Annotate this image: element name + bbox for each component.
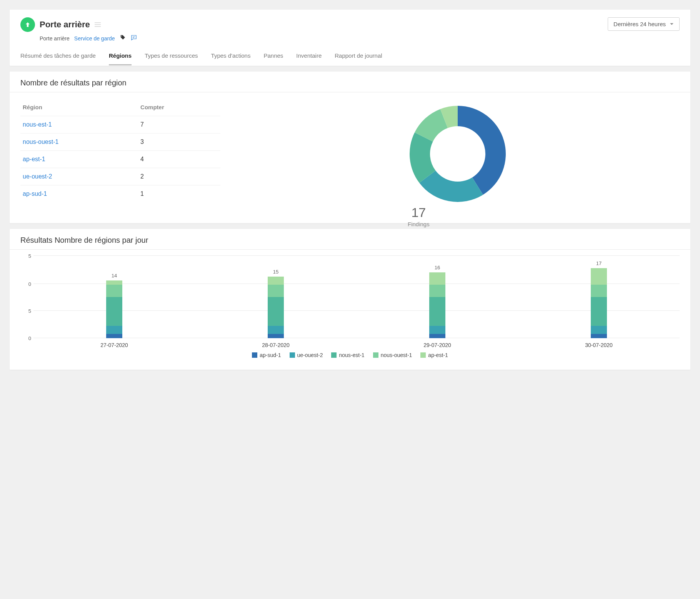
bar-column: 14 <box>33 256 195 338</box>
bar-segment <box>591 297 607 326</box>
breadcrumb-current: Porte arrière <box>40 35 70 42</box>
stacked-bar-chart: 0505 14151617 27-07-202028-07-202029-07-… <box>20 256 680 348</box>
legend-item: nous-ouest-1 <box>373 352 412 358</box>
x-label: 28-07-2020 <box>195 342 357 348</box>
region-count: 1 <box>138 185 220 203</box>
bar-segment <box>268 334 284 338</box>
legend-item: nous-est-1 <box>331 352 364 358</box>
bar-segment <box>429 297 445 326</box>
region-link[interactable]: ap-sud-1 <box>23 190 47 197</box>
legend-item: ap-sud-1 <box>252 352 281 358</box>
page-header: Porte arrière Porte arrière Service de g… <box>10 10 690 66</box>
region-table: Région Compter nous-est-17nous-ouest-13a… <box>20 100 220 208</box>
table-row: nous-est-17 <box>20 116 220 133</box>
chart-legend: ap-sud-1ue-ouest-2nous-est-1nous-ouest-1… <box>20 352 680 358</box>
tab-regions[interactable]: Régions <box>109 52 132 65</box>
bar-segment <box>429 334 445 338</box>
legend-item: ap-est-1 <box>420 352 448 358</box>
bar-segment <box>268 277 284 285</box>
page-title: Porte arrière <box>40 20 90 30</box>
tab-inventory[interactable]: Inventaire <box>296 52 322 65</box>
y-tick: 5 <box>28 253 31 259</box>
table-row: ap-est-14 <box>20 151 220 168</box>
bar-segment <box>106 326 122 334</box>
region-link[interactable]: ap-est-1 <box>23 156 45 162</box>
bar-segment <box>106 334 122 338</box>
bar-segment <box>591 334 607 338</box>
legend-swatch <box>331 352 337 358</box>
region-counts-card: Nombre de résultats par région Région Co… <box>10 72 690 223</box>
legend-item: ue-ouest-2 <box>290 352 323 358</box>
col-region: Région <box>20 100 138 116</box>
bar-segment <box>268 285 284 297</box>
bar-segment <box>591 285 607 297</box>
chevron-down-icon <box>670 22 674 26</box>
table-row: ap-sud-11 <box>20 185 220 203</box>
bar-segment <box>429 272 445 285</box>
region-count: 7 <box>138 116 220 133</box>
donut-chart: 17 Findings <box>236 100 680 208</box>
legend-label: ue-ouest-2 <box>297 352 323 358</box>
tab-log-report[interactable]: Rapport de journal <box>335 52 382 65</box>
status-up-icon <box>20 17 35 32</box>
bar-segment <box>429 285 445 297</box>
legend-swatch <box>252 352 257 358</box>
legend-label: ap-sud-1 <box>260 352 281 358</box>
region-link[interactable]: ue-ouest-2 <box>23 173 52 180</box>
legend-swatch <box>420 352 426 358</box>
legend-swatch <box>290 352 295 358</box>
x-label: 30-07-2020 <box>518 342 680 348</box>
breadcrumb-link-service[interactable]: Service de garde <box>74 35 115 42</box>
legend-label: nous-ouest-1 <box>381 352 412 358</box>
bar-column: 17 <box>518 256 680 338</box>
bar-segment <box>268 326 284 334</box>
region-count: 4 <box>138 151 220 168</box>
bar-segment <box>106 280 122 285</box>
tab-resource-types[interactable]: Types de ressources <box>145 52 198 65</box>
y-tick: 0 <box>28 281 31 287</box>
y-tick: 5 <box>28 308 31 314</box>
time-range-selector[interactable]: Dernières 24 heures <box>608 17 680 31</box>
tab-bar: Résumé des tâches de gardeRégionsTypes d… <box>20 52 680 66</box>
bar-segment <box>429 326 445 334</box>
tab-summary[interactable]: Résumé des tâches de garde <box>20 52 96 65</box>
tag-icon[interactable] <box>120 35 126 42</box>
donut-label: Findings <box>408 221 430 227</box>
region-count: 2 <box>138 168 220 185</box>
bar-segment <box>106 285 122 297</box>
comment-icon[interactable] <box>130 34 137 42</box>
legend-label: nous-est-1 <box>339 352 364 358</box>
table-row: nous-ouest-13 <box>20 133 220 151</box>
bar-segment <box>106 297 122 326</box>
menu-lines-icon <box>95 22 101 27</box>
bar-total-label: 16 <box>357 265 518 270</box>
bar-segment <box>268 297 284 326</box>
region-count: 3 <box>138 133 220 151</box>
time-range-label: Dernières 24 heures <box>613 21 666 27</box>
bar-segment <box>591 326 607 334</box>
legend-swatch <box>373 352 378 358</box>
donut-total: 17 <box>408 205 430 220</box>
bar-column: 16 <box>357 256 518 338</box>
table-row: ue-ouest-22 <box>20 168 220 185</box>
legend-label: ap-est-1 <box>428 352 448 358</box>
x-label: 29-07-2020 <box>357 342 518 348</box>
bar-total-label: 17 <box>518 260 680 266</box>
region-link[interactable]: nous-est-1 <box>23 121 52 128</box>
tab-breakdowns[interactable]: Pannes <box>263 52 283 65</box>
y-tick: 0 <box>28 335 31 341</box>
col-count: Compter <box>138 100 220 116</box>
tab-action-types[interactable]: Types d'actions <box>211 52 251 65</box>
x-label: 27-07-2020 <box>33 342 195 348</box>
daily-results-card: Résultats Nombre de régions par jour 050… <box>10 229 690 370</box>
bar-total-label: 15 <box>195 269 357 275</box>
bar-segment <box>591 268 607 285</box>
region-link[interactable]: nous-ouest-1 <box>23 138 58 145</box>
bar-total-label: 14 <box>33 273 195 279</box>
region-section-title: Nombre de résultats par région <box>10 72 690 92</box>
bar-column: 15 <box>195 256 357 338</box>
daily-section-title: Résultats Nombre de régions par jour <box>10 229 690 250</box>
